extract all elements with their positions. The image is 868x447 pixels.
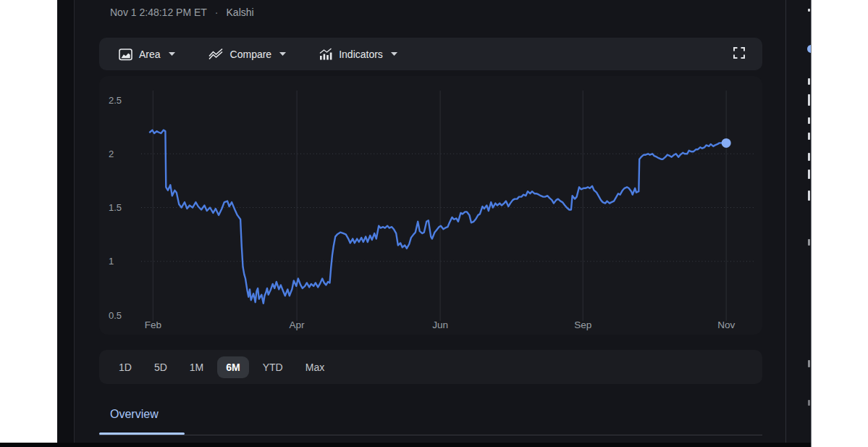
separator-dot: · (215, 7, 219, 18)
fullscreen-button[interactable] (731, 45, 747, 64)
chart-toolbar: Area Compare (99, 38, 762, 70)
price-chart[interactable]: FebAprJunSepNov2.521.510.5 (99, 76, 762, 335)
svg-text:1.5: 1.5 (109, 202, 122, 213)
left-content-edge (74, 0, 75, 447)
range-button-5d[interactable]: 5D (154, 362, 167, 373)
svg-text:Sep: Sep (574, 319, 591, 330)
svg-text:2.5: 2.5 (109, 95, 122, 106)
chevron-down-icon (391, 52, 397, 56)
price-chart-canvas: FebAprJunSepNov2.521.510.5 (99, 76, 762, 335)
chart-type-label: Area (139, 49, 161, 60)
clipped-text-fragment (808, 117, 810, 124)
chevron-down-icon (169, 52, 175, 56)
outer-white-panel-right (811, 0, 868, 447)
tab-divider (99, 435, 762, 435)
time-range-bar: 1D 5D 1M 6M YTD Max (99, 350, 762, 384)
chevron-down-icon (279, 52, 286, 56)
compare-label: Compare (230, 49, 272, 60)
capture-bottom-edge (0, 443, 811, 447)
svg-text:Jun: Jun (432, 319, 448, 330)
tab-active-underline (99, 433, 185, 435)
area-chart-icon (119, 48, 132, 61)
svg-text:Apr: Apr (290, 319, 306, 330)
quote-timestamp: Nov 1 2:48:12 PM ET (110, 7, 207, 18)
clipped-text-fragment (808, 191, 810, 201)
clipped-text-fragment (808, 360, 810, 367)
fullscreen-corners-icon (731, 45, 747, 64)
svg-text:Feb: Feb (145, 319, 161, 330)
svg-text:0.5: 0.5 (109, 310, 122, 321)
range-button-max[interactable]: Max (306, 362, 324, 373)
range-button-ytd[interactable]: YTD (263, 362, 283, 373)
range-button-1d[interactable]: 1D (119, 362, 132, 373)
screen: Nov 1 2:48:12 PM ET · Kalshi Area (0, 0, 868, 447)
svg-text:1: 1 (109, 256, 114, 267)
indicators-button[interactable]: Indicators (319, 48, 397, 60)
range-button-6m-selected[interactable]: 6M (217, 356, 248, 378)
tab-overview[interactable]: Overview (110, 408, 159, 421)
svg-text:Nov: Nov (717, 319, 735, 330)
clipped-text-fragment (808, 78, 810, 85)
range-button-1m[interactable]: 1M (190, 362, 203, 373)
data-source-label: Kalshi (227, 7, 254, 18)
pane-divider-line (785, 0, 786, 447)
bar-chart-icon (319, 48, 332, 60)
clipped-text-fragment (808, 9, 810, 12)
clipped-text-fragment (808, 239, 810, 246)
clipped-text-fragment (808, 133, 810, 140)
indicators-label: Indicators (339, 49, 383, 60)
compare-lines-icon (208, 48, 224, 60)
clipped-text-fragment (808, 170, 810, 179)
left-gutter (57, 0, 75, 447)
outer-white-margin-left (0, 0, 57, 447)
clipped-text-fragment (808, 400, 810, 406)
clipped-text-fragment (808, 94, 810, 106)
chart-type-button[interactable]: Area (119, 48, 175, 61)
compare-button[interactable]: Compare (208, 48, 287, 60)
svg-text:2: 2 (109, 149, 114, 159)
right-gutter (786, 0, 811, 447)
quote-timestamp-row: Nov 1 2:48:12 PM ET · Kalshi (110, 5, 254, 20)
clipped-text-fragment (808, 153, 810, 161)
